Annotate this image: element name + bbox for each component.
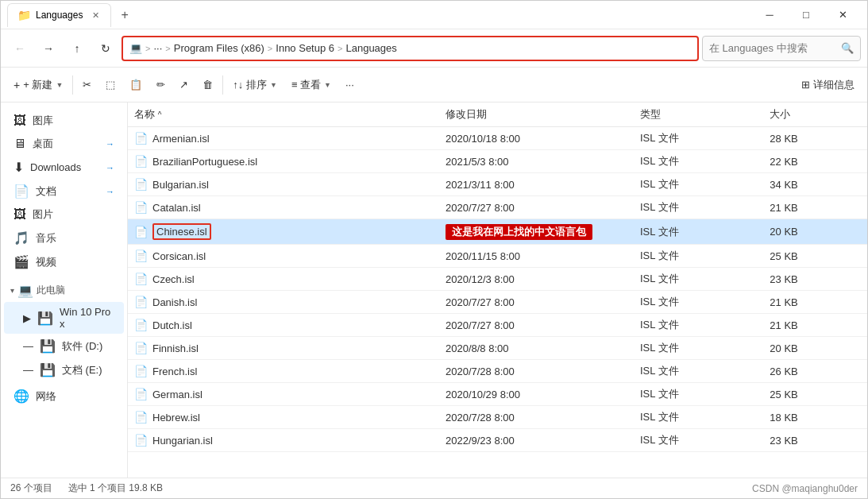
bc-more[interactable]: ··· — [153, 42, 162, 54]
col-header-type[interactable]: 类型 — [634, 103, 763, 127]
file-type: ISL 文件 — [634, 196, 763, 219]
sidebar-item-pics[interactable]: 🖼 图片 — [4, 203, 124, 226]
table-row[interactable]: 📄 Bulgarian.isl 2021/3/11 8:00 ISL 文件 34… — [128, 173, 867, 196]
file-size: 26 KB — [763, 360, 867, 383]
refresh-button[interactable]: ↻ — [93, 36, 118, 61]
view-button[interactable]: ≡ 查看 ▼ — [285, 72, 338, 99]
search-input[interactable] — [709, 42, 836, 54]
up-button[interactable]: ↑ — [64, 36, 90, 61]
new-label: + 新建 — [23, 78, 52, 92]
file-size: 22 KB — [763, 150, 867, 173]
col-header-name[interactable]: 名称 ^ — [128, 103, 439, 127]
table-row[interactable]: 📄 German.isl 2020/10/29 8:00 ISL 文件 25 K… — [128, 383, 867, 406]
search-bar[interactable]: 🔍 — [702, 36, 861, 61]
file-size: 20 KB — [763, 219, 867, 245]
file-date: 2020/7/28 8:00 — [439, 360, 634, 383]
table-row[interactable]: 📄 Hebrew.isl 2020/7/28 8:00 ISL 文件 18 KB — [128, 406, 867, 429]
sidebar-item-network[interactable]: 🌐 网络 — [4, 385, 124, 408]
col-header-date[interactable]: 修改日期 — [439, 103, 634, 127]
view-label: ≡ 查看 — [291, 78, 321, 92]
file-name: BrazilianPortuguese.isl — [152, 156, 257, 168]
file-name-cell: 📄 Czech.isl — [128, 268, 439, 291]
languages-tab[interactable]: 📁 Languages ✕ — [7, 3, 111, 27]
sidebar-item-docs[interactable]: 📄 文档 → — [4, 180, 124, 203]
share-button[interactable]: ↗ — [173, 72, 195, 99]
sidebar-item-docs-drive[interactable]: — 💾 文档 (E:) — [4, 358, 124, 381]
cut-button[interactable]: ✂ — [76, 72, 98, 99]
file-name-cell: 📄 BrazilianPortuguese.isl — [128, 150, 439, 173]
file-size: 18 KB — [763, 406, 867, 429]
explorer-window: 📁 Languages ✕ + ─ □ ✕ ← → ↑ ↻ 💻 > ··· > … — [0, 0, 868, 499]
details-button[interactable]: ⊞ 详细信息 — [795, 72, 861, 99]
file-name-cell: 📄 Hungarian.isl — [128, 429, 439, 452]
table-row[interactable]: 📄 Corsican.isl 2020/11/15 8:00 ISL 文件 25… — [128, 245, 867, 268]
new-button[interactable]: + + 新建 ▼ — [7, 72, 69, 99]
file-icon: 📄 — [134, 226, 148, 238]
watermark: CSDN @maqianghu0der — [752, 483, 858, 494]
sidebar-label-desktop: 桌面 — [33, 137, 98, 151]
sidebar-item-downloads[interactable]: ⬇ Downloads → — [4, 156, 124, 179]
file-name: Chinese.isl — [152, 223, 211, 240]
back-button[interactable]: ← — [7, 36, 33, 61]
bc-inno-setup[interactable]: Inno Setup 6 — [276, 42, 334, 54]
file-icon: 📄 — [134, 388, 148, 400]
file-name-cell: 📄 French.isl — [128, 360, 439, 383]
bc-program-files[interactable]: Program Files (x86) — [174, 42, 264, 54]
file-name-cell: 📄 Danish.isl — [128, 291, 439, 314]
sort-button[interactable]: ↑↓ 排序 ▼ — [226, 72, 284, 99]
table-row[interactable]: 📄 Czech.isl 2020/12/3 8:00 ISL 文件 23 KB — [128, 268, 867, 291]
table-row[interactable]: 📄 BrazilianPortuguese.isl 2021/5/3 8:00 … — [128, 150, 867, 173]
file-date: 这是我在网上找的中文语言包 — [439, 219, 634, 245]
copy-button[interactable]: ⬚ — [99, 72, 122, 99]
sidebar: 🖼 图库 🖥 桌面 → ⬇ Downloads → 📄 文档 → 🖼 图片 — [1, 103, 128, 478]
more-toolbar-button[interactable]: ··· — [339, 72, 361, 99]
file-date: 2020/7/27 8:00 — [439, 291, 634, 314]
maximize-button[interactable]: □ — [788, 1, 824, 29]
search-icon[interactable]: 🔍 — [841, 42, 854, 54]
file-type: ISL 文件 — [634, 219, 763, 245]
file-list[interactable]: 名称 ^ 修改日期 类型 大小 📄 Armenian.isl 2020/10/1… — [128, 103, 867, 478]
music-icon: 🎵 — [14, 230, 29, 246]
file-name: French.isl — [152, 366, 197, 377]
table-row[interactable]: 📄 Hungarian.isl 2022/9/23 8:00 ISL 文件 23… — [128, 429, 867, 452]
file-size: 23 KB — [763, 268, 867, 291]
sidebar-item-music[interactable]: 🎵 音乐 — [4, 226, 124, 250]
paste-button[interactable]: 📋 — [123, 72, 149, 99]
delete-button[interactable]: 🗑 — [196, 72, 219, 99]
close-button[interactable]: ✕ — [824, 1, 861, 29]
table-row[interactable]: 📄 Finnish.isl 2020/8/8 8:00 ISL 文件 20 KB — [128, 337, 867, 360]
table-row[interactable]: 📄Chinese.isl这是我在网上找的中文语言包ISL 文件20 KB — [128, 219, 867, 245]
table-row[interactable]: 📄 Armenian.isl 2020/10/18 8:00 ISL 文件 28… — [128, 127, 867, 150]
minimize-button[interactable]: ─ — [751, 1, 788, 29]
title-bar: 📁 Languages ✕ + ─ □ ✕ — [1, 1, 867, 29]
bc-sep-0: > — [145, 44, 150, 53]
bc-languages[interactable]: Languages — [345, 42, 396, 54]
tab-close-button[interactable]: ✕ — [91, 9, 101, 22]
more-toolbar-icon: ··· — [345, 79, 354, 91]
col-header-size[interactable]: 大小 — [763, 103, 867, 127]
table-row[interactable]: 📄 French.isl 2020/7/28 8:00 ISL 文件 26 KB — [128, 360, 867, 383]
sidebar-item-software-drive[interactable]: — 💾 软件 (D:) — [4, 335, 124, 358]
software-expand: — — [23, 340, 33, 352]
forward-button[interactable]: → — [36, 36, 61, 61]
file-type: ISL 文件 — [634, 383, 763, 406]
file-type: ISL 文件 — [634, 406, 763, 429]
new-tab-button[interactable]: + — [114, 5, 134, 25]
toolbar: + + 新建 ▼ ✂ ⬚ 📋 ✏ ↗ 🗑 ↑↓ 排序 ▼ ≡ 查看 ▼ — [1, 68, 867, 103]
file-size: 21 KB — [763, 291, 867, 314]
sidebar-item-videos[interactable]: 🎬 视频 — [4, 250, 124, 273]
table-row[interactable]: 📄 Catalan.isl 2020/7/27 8:00 ISL 文件 21 K… — [128, 196, 867, 219]
sidebar-item-desktop[interactable]: 🖥 桌面 → — [4, 133, 124, 155]
sidebar-item-win10[interactable]: ▶ 💾 Win 10 Pro x — [4, 302, 124, 334]
table-row[interactable]: 📄 Danish.isl 2020/7/27 8:00 ISL 文件 21 KB — [128, 291, 867, 314]
pc-section-header[interactable]: ▾ 💻 此电脑 — [1, 280, 127, 301]
breadcrumb-bar[interactable]: 💻 > ··· > Program Files (x86) > Inno Set… — [122, 36, 699, 61]
win10-expand: ▶ — [23, 312, 31, 324]
rename-icon: ✏ — [156, 79, 165, 91]
file-type: ISL 文件 — [634, 291, 763, 314]
sep-2 — [222, 75, 223, 95]
file-name: Finnish.isl — [152, 342, 199, 354]
table-row[interactable]: 📄 Dutch.isl 2020/7/27 8:00 ISL 文件 21 KB — [128, 314, 867, 337]
sidebar-item-gallery[interactable]: 🖼 图库 — [4, 110, 124, 132]
rename-button[interactable]: ✏ — [150, 72, 172, 99]
